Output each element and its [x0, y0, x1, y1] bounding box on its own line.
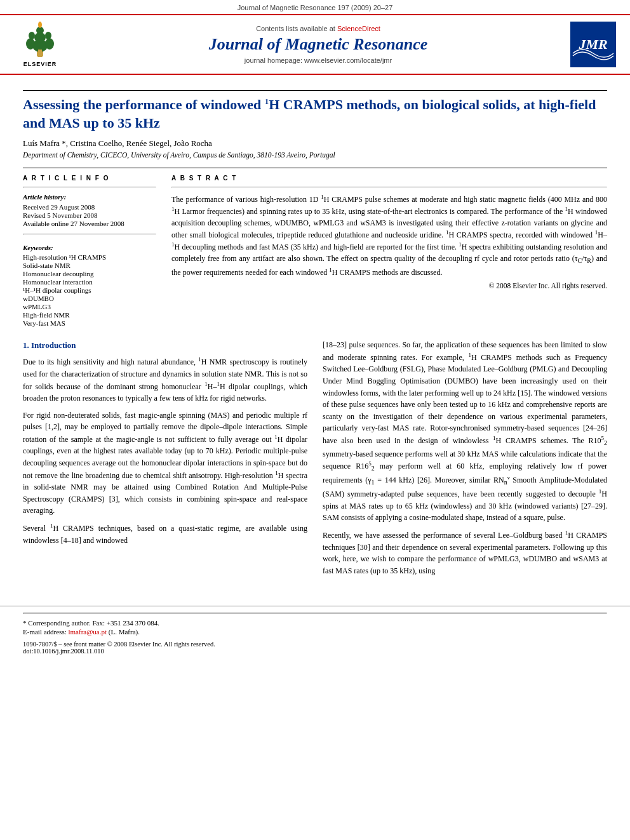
copyright-line: 1090-7807/$ – see front matter © 2008 El…	[23, 641, 607, 648]
elsevier-text: ELSEVIER	[23, 61, 57, 67]
keyword-7: wPMLG3	[23, 303, 156, 310]
article-content: Assessing the performance of windowed 1H…	[0, 75, 630, 594]
elsevier-tree-icon	[18, 22, 62, 60]
sciencedirect-prefix: Contents lists available at	[256, 25, 337, 32]
keyword-8: High-field NMR	[23, 311, 156, 319]
article-info-column: A R T I C L E I N F O Article history: R…	[23, 175, 156, 328]
mid-divider	[23, 168, 607, 168]
abstract-text: The performance of various high-resoluti…	[171, 193, 607, 277]
section1-heading: 1. Introduction	[23, 339, 307, 352]
header-banner: ELSEVIER Contents lists available at Sci…	[0, 14, 630, 75]
body-para-1: Due to its high sensitivity and high nat…	[23, 356, 307, 404]
history-item-1: Received 29 August 2008	[23, 203, 156, 211]
article-authors: Luís Mafra *, Cristina Coelho, Renée Sie…	[23, 138, 607, 149]
sciencedirect-line: Contents lists available at ScienceDirec…	[79, 25, 558, 32]
jmr-logo: JMR	[570, 22, 616, 67]
jmr-logo-text: JMR	[579, 36, 607, 53]
page-wrapper: Journal of Magnetic Resonance 197 (2009)…	[0, 0, 630, 840]
body-para-r2: Recently, we have assessed the performan…	[323, 529, 607, 577]
email-note: E-mail address: lmafra@ua.pt (L. Mafra).	[23, 628, 607, 636]
journal-citation: Journal of Magnetic Resonance 197 (2009)…	[238, 4, 393, 11]
author-names: Luís Mafra *, Cristina Coelho, Renée Sie…	[23, 138, 212, 148]
keyword-4: Homonuclear interaction	[23, 278, 156, 286]
abstract-column: A B S T R A C T The performance of vario…	[171, 175, 607, 328]
abstract-label: A B S T R A C T	[171, 175, 607, 182]
header-center: Contents lists available at ScienceDirec…	[79, 25, 558, 64]
svg-point-8	[38, 22, 42, 28]
footer-divider	[23, 613, 607, 614]
article-affiliation: Department of Chemistry, CICECO, Univers…	[23, 151, 607, 159]
star-note: * Corresponding author. Fax: +351 234 37…	[23, 619, 607, 627]
keyword-3: Homonuclear decoupling	[23, 270, 156, 277]
footer-copyright: 1090-7807/$ – see front matter © 2008 El…	[23, 641, 607, 655]
keywords-section: Keywords: High-resolution ¹H CRAMPS Soli…	[23, 244, 156, 327]
svg-point-7	[45, 32, 51, 39]
abstract-copyright: © 2008 Elsevier Inc. All rights reserved…	[171, 282, 607, 290]
email-label: E-mail address:	[23, 628, 68, 636]
jmr-logo-area: JMR	[568, 22, 619, 67]
keywords-label: Keywords:	[23, 244, 156, 251]
article-info-abstract-row: A R T I C L E I N F O Article history: R…	[23, 175, 607, 328]
svg-point-5	[45, 38, 54, 50]
body-para-r1: [18–23] pulse sequences. So far, the app…	[323, 339, 607, 524]
svg-point-6	[29, 32, 35, 39]
article-title: Assessing the performance of windowed 1H…	[23, 96, 607, 132]
elsevier-logo: ELSEVIER	[18, 22, 62, 67]
keyword-5: ¹H–¹H dipolar couplings	[23, 286, 156, 294]
svg-rect-9	[38, 50, 42, 57]
keyword-6: wDUMBO	[23, 295, 156, 302]
body-columns: 1. Introduction Due to its high sensitiv…	[23, 339, 607, 582]
keyword-9: Very-fast MAS	[23, 319, 156, 327]
body-para-3: Several 1H CRAMPS techniques, based on a…	[23, 522, 307, 546]
body-para-2: For rigid non-deuterated solids, fast ma…	[23, 410, 307, 517]
body-left-column: 1. Introduction Due to its high sensitiv…	[23, 339, 307, 582]
history-item-2: Revised 5 November 2008	[23, 211, 156, 219]
top-divider	[23, 90, 607, 91]
journal-homepage: journal homepage: www.elsevier.com/locat…	[79, 57, 558, 64]
history-item-3: Available online 27 November 2008	[23, 220, 156, 227]
svg-point-4	[26, 38, 35, 50]
email-person: (L. Mafra).	[109, 628, 140, 636]
keyword-1: High-resolution ¹H CRAMPS	[23, 253, 156, 261]
elsevier-logo-area: ELSEVIER	[11, 22, 69, 67]
keyword-2: Solid-state NMR	[23, 262, 156, 269]
star-note-text: * Corresponding author. Fax: +351 234 37…	[23, 619, 159, 627]
doi-line: doi:10.1016/j.jmr.2008.11.010	[23, 648, 607, 655]
info-divider-1	[23, 187, 156, 188]
info-divider-2	[23, 234, 156, 235]
body-right-column: [18–23] pulse sequences. So far, the app…	[323, 339, 607, 582]
journal-top-line: Journal of Magnetic Resonance 197 (2009)…	[0, 0, 630, 14]
article-info-label: A R T I C L E I N F O	[23, 175, 156, 182]
journal-title: Journal of Magnetic Resonance	[79, 35, 558, 54]
sciencedirect-link[interactable]: ScienceDirect	[337, 25, 380, 32]
history-label: Article history:	[23, 193, 156, 201]
email-link[interactable]: lmafra@ua.pt	[68, 628, 107, 636]
abstract-divider	[171, 187, 607, 188]
footer-area: * Corresponding author. Fax: +351 234 37…	[0, 606, 630, 655]
